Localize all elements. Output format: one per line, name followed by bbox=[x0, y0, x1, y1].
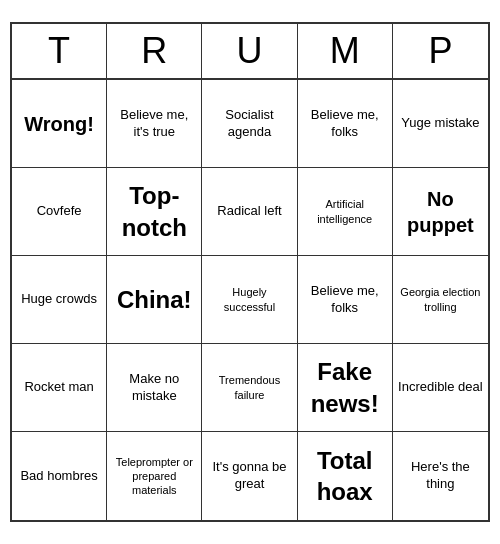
cell-text-5: Covfefe bbox=[37, 203, 82, 220]
cell-text-3: Believe me, folks bbox=[302, 107, 388, 141]
bingo-cell-11[interactable]: China! bbox=[107, 256, 202, 344]
cell-text-17: Tremendous failure bbox=[206, 373, 292, 402]
cell-text-7: Radical left bbox=[217, 203, 281, 220]
bingo-cell-24[interactable]: Here's the thing bbox=[393, 432, 488, 520]
bingo-cell-15[interactable]: Rocket man bbox=[12, 344, 107, 432]
cell-text-12: Hugely successful bbox=[206, 285, 292, 314]
header-letter-m: M bbox=[298, 24, 393, 78]
cell-text-24: Here's the thing bbox=[397, 459, 484, 493]
header-letter-u: U bbox=[202, 24, 297, 78]
cell-text-4: Yuge mistake bbox=[401, 115, 479, 132]
cell-text-20: Bad hombres bbox=[20, 468, 97, 485]
bingo-cell-21[interactable]: Teleprompter or prepared materials bbox=[107, 432, 202, 520]
cell-text-22: It's gonna be great bbox=[206, 459, 292, 493]
bingo-grid: Wrong!Believe me, it's trueSocialist age… bbox=[12, 80, 488, 520]
bingo-cell-6[interactable]: Top-notch bbox=[107, 168, 202, 256]
cell-text-11: China! bbox=[117, 284, 192, 315]
cell-text-19: Incredible deal bbox=[398, 379, 483, 396]
bingo-card: TRUMP Wrong!Believe me, it's trueSociali… bbox=[10, 22, 490, 522]
bingo-cell-2[interactable]: Socialist agenda bbox=[202, 80, 297, 168]
cell-text-8: Artificial intelligence bbox=[302, 197, 388, 226]
cell-text-14: Georgia election trolling bbox=[397, 285, 484, 314]
header-letter-t: T bbox=[12, 24, 107, 78]
cell-text-2: Socialist agenda bbox=[206, 107, 292, 141]
header-row: TRUMP bbox=[12, 24, 488, 80]
cell-text-15: Rocket man bbox=[24, 379, 93, 396]
bingo-cell-12[interactable]: Hugely successful bbox=[202, 256, 297, 344]
bingo-cell-8[interactable]: Artificial intelligence bbox=[298, 168, 393, 256]
bingo-cell-18[interactable]: Fake news! bbox=[298, 344, 393, 432]
bingo-cell-0[interactable]: Wrong! bbox=[12, 80, 107, 168]
cell-text-1: Believe me, it's true bbox=[111, 107, 197, 141]
cell-text-21: Teleprompter or prepared materials bbox=[111, 455, 197, 498]
cell-text-13: Believe me, folks bbox=[302, 283, 388, 317]
bingo-cell-5[interactable]: Covfefe bbox=[12, 168, 107, 256]
bingo-cell-4[interactable]: Yuge mistake bbox=[393, 80, 488, 168]
cell-text-23: Total hoax bbox=[302, 445, 388, 507]
header-letter-p: P bbox=[393, 24, 488, 78]
header-letter-r: R bbox=[107, 24, 202, 78]
bingo-cell-7[interactable]: Radical left bbox=[202, 168, 297, 256]
bingo-cell-9[interactable]: No puppet bbox=[393, 168, 488, 256]
bingo-cell-23[interactable]: Total hoax bbox=[298, 432, 393, 520]
bingo-cell-10[interactable]: Huge crowds bbox=[12, 256, 107, 344]
bingo-cell-16[interactable]: Make no mistake bbox=[107, 344, 202, 432]
cell-text-10: Huge crowds bbox=[21, 291, 97, 308]
cell-text-6: Top-notch bbox=[111, 180, 197, 242]
bingo-cell-17[interactable]: Tremendous failure bbox=[202, 344, 297, 432]
bingo-cell-1[interactable]: Believe me, it's true bbox=[107, 80, 202, 168]
cell-text-9: No puppet bbox=[397, 186, 484, 238]
cell-text-18: Fake news! bbox=[302, 356, 388, 418]
bingo-cell-13[interactable]: Believe me, folks bbox=[298, 256, 393, 344]
bingo-cell-3[interactable]: Believe me, folks bbox=[298, 80, 393, 168]
bingo-cell-22[interactable]: It's gonna be great bbox=[202, 432, 297, 520]
bingo-cell-14[interactable]: Georgia election trolling bbox=[393, 256, 488, 344]
cell-text-16: Make no mistake bbox=[111, 371, 197, 405]
bingo-cell-20[interactable]: Bad hombres bbox=[12, 432, 107, 520]
bingo-cell-19[interactable]: Incredible deal bbox=[393, 344, 488, 432]
cell-text-0: Wrong! bbox=[24, 111, 94, 137]
